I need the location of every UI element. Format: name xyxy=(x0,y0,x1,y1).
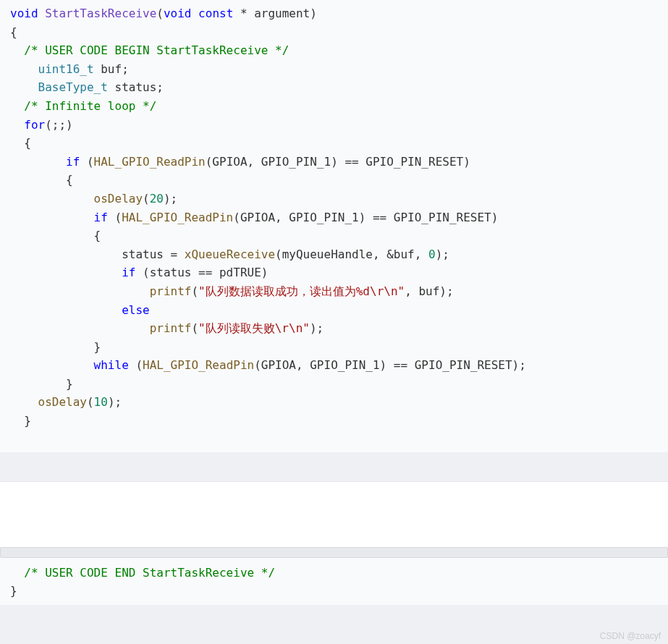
keyword: if xyxy=(66,155,80,169)
code-block-bottom: /* USER CODE END StartTaskReceive */ } xyxy=(0,558,668,605)
constant: GPIO_PIN_RESET xyxy=(365,155,463,169)
variable: buf xyxy=(101,62,122,76)
function-call: xQueueReceive xyxy=(185,247,275,261)
keyword: else xyxy=(122,303,150,317)
comment: /* Infinite loop */ xyxy=(24,99,156,113)
blank-gap xyxy=(0,481,668,547)
keyword: if xyxy=(94,211,108,224)
source-code: void StartTaskReceive(void const * argum… xyxy=(0,4,668,431)
function-call: HAL_GPIO_ReadPin xyxy=(143,358,254,372)
keyword: if xyxy=(122,266,135,279)
string-literal: "队列数据读取成功，读出值为%d\r\n" xyxy=(198,284,405,298)
argument: GPIO_PIN_1 xyxy=(289,211,358,224)
type: uint16_t xyxy=(38,62,94,76)
argument: myQueueHandle xyxy=(282,247,373,261)
function-call: printf xyxy=(150,284,192,298)
function-call: osDelay xyxy=(94,192,143,206)
argument: GPIO_PIN_1 xyxy=(261,155,331,169)
code-block-top: void StartTaskReceive(void const * argum… xyxy=(0,0,668,452)
source-code-continued: /* USER CODE END StartTaskReceive */ } xyxy=(0,564,668,601)
number: 10 xyxy=(94,395,108,409)
comment: /* USER CODE BEGIN StartTaskReceive */ xyxy=(24,43,289,57)
argument: GPIOA xyxy=(261,358,296,372)
string-literal: "队列读取失败\r\n" xyxy=(198,321,310,335)
argument: &buf xyxy=(386,247,415,261)
number: 20 xyxy=(150,192,164,206)
constant: pdTRUE xyxy=(219,266,261,279)
argument: GPIOA xyxy=(240,211,275,224)
argument: GPIOA xyxy=(212,155,247,169)
variable: buf xyxy=(418,284,439,298)
keyword: while xyxy=(94,358,129,372)
type: BaseType_t xyxy=(38,80,108,94)
horizontal-scrollbar[interactable] xyxy=(0,547,668,558)
function-call: HAL_GPIO_ReadPin xyxy=(94,155,206,169)
keyword: for xyxy=(24,118,45,132)
keyword: void xyxy=(164,7,192,20)
keyword: const xyxy=(198,7,233,20)
function-call: osDelay xyxy=(38,395,87,409)
function-name: StartTaskReceive xyxy=(45,7,156,20)
function-call: HAL_GPIO_ReadPin xyxy=(122,211,233,224)
param-name: argument xyxy=(254,7,310,20)
function-call: printf xyxy=(150,321,192,335)
variable: status xyxy=(115,80,157,94)
variable: status xyxy=(122,247,164,261)
keyword: void xyxy=(10,7,38,20)
variable: status xyxy=(150,266,192,279)
constant: GPIO_PIN_RESET xyxy=(415,358,512,372)
argument: GPIO_PIN_1 xyxy=(310,358,379,372)
number: 0 xyxy=(428,247,436,261)
comment: /* USER CODE END StartTaskReceive */ xyxy=(24,566,275,580)
constant: GPIO_PIN_RESET xyxy=(394,211,491,224)
